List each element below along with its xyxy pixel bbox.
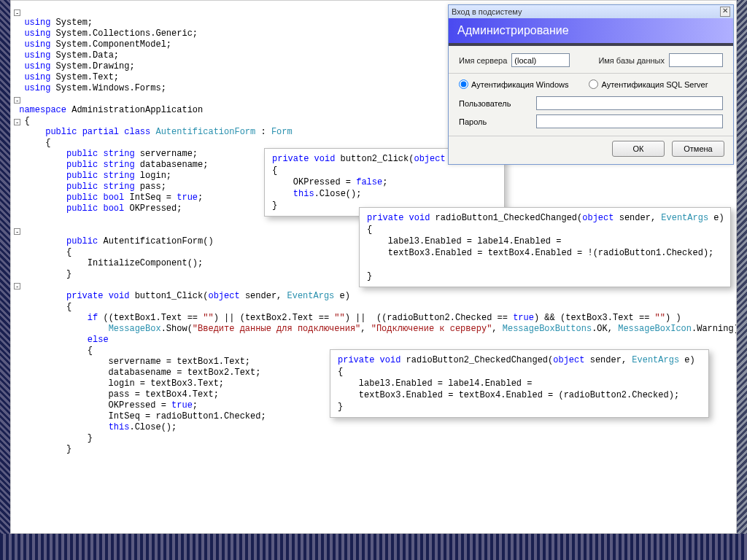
snippet-rb2: private void radioButton2_CheckedChanged…	[330, 349, 709, 418]
login-dialog: Вход в подсистему ✕ Администрирование Им…	[448, 4, 734, 165]
pass-input[interactable]	[536, 114, 723, 128]
radio-win-input[interactable]	[459, 79, 468, 89]
user-label: Пользователь	[459, 99, 536, 108]
fold-icon[interactable]	[14, 119, 20, 125]
fold-icon[interactable]	[14, 97, 20, 104]
fold-icon[interactable]	[14, 228, 20, 235]
dialog-caption: Вход в подсистему	[452, 7, 522, 16]
db-label: Имя базы данных	[598, 56, 665, 65]
pass-label: Пароль	[459, 117, 536, 126]
radio-sql-input[interactable]	[589, 79, 598, 89]
db-input[interactable]	[669, 53, 723, 67]
server-label: Имя сервера	[459, 56, 507, 65]
server-input[interactable]	[511, 53, 570, 67]
dialog-titlebar[interactable]: Вход в подсистему ✕	[449, 5, 733, 18]
fold-icon[interactable]	[14, 9, 20, 16]
radio-windows-auth[interactable]: Аутентификация Windows	[459, 79, 568, 89]
radio-sql-auth[interactable]: Аутентификация SQL Server	[589, 79, 708, 89]
dialog-banner: Администрирование	[449, 18, 733, 46]
fold-icon[interactable]	[14, 283, 20, 289]
bottom-decor	[0, 534, 747, 560]
user-input[interactable]	[536, 96, 723, 110]
cancel-button[interactable]: Отмена	[672, 141, 724, 157]
close-icon[interactable]: ✕	[720, 7, 730, 17]
snippet-rb1: private void radioButton1_CheckedChanged…	[359, 207, 731, 287]
ok-button[interactable]: ОК	[612, 141, 665, 157]
right-decor	[735, 0, 747, 560]
